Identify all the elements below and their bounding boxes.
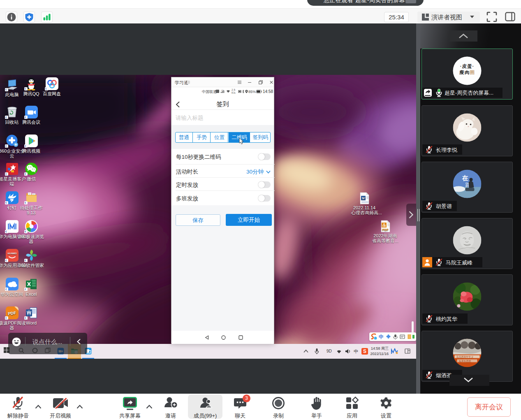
svg-text:4G: 4G xyxy=(221,89,223,91)
svg-text:在: 在 xyxy=(462,174,468,181)
svg-text:马克思列宁主义: 马克思列宁主义 xyxy=(456,355,474,359)
svg-text:PDF: PDF xyxy=(382,228,389,232)
svg-text:W: W xyxy=(361,196,365,200)
svg-text:HUAWEI: HUAWEI xyxy=(7,252,16,255)
svg-text:毛泽东思想: 毛泽东思想 xyxy=(459,360,471,362)
